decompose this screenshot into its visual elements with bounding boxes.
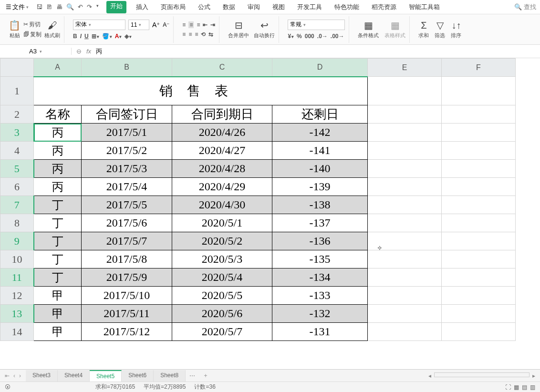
cell-B10[interactable]: 2017/5/8 bbox=[82, 250, 172, 268]
name-box[interactable]: A3▾ bbox=[0, 48, 72, 55]
scroll-track[interactable] bbox=[434, 372, 530, 377]
cell-A4[interactable]: 丙 bbox=[34, 142, 82, 160]
tab-页面布局[interactable]: 页面布局 bbox=[158, 1, 188, 13]
cell-B9[interactable]: 2017/5/7 bbox=[82, 232, 172, 250]
cell-C3[interactable]: 2020/4/26 bbox=[172, 124, 272, 142]
formula-input[interactable]: 丙 bbox=[96, 47, 102, 56]
copy-button[interactable]: 🗐 复制 bbox=[23, 31, 42, 39]
increase-decimal-icon[interactable]: .0→ bbox=[317, 33, 328, 40]
next-sheet-icon[interactable]: › bbox=[19, 372, 21, 379]
header-cell[interactable]: 名称 bbox=[34, 105, 82, 124]
font-size-combo[interactable]: 11▾ bbox=[128, 20, 149, 30]
scroll-right-icon[interactable]: ▸ bbox=[532, 372, 535, 379]
cell[interactable] bbox=[368, 160, 442, 178]
underline-button[interactable]: U bbox=[84, 33, 89, 40]
cell-B8[interactable]: 2017/5/6 bbox=[82, 214, 172, 232]
cell-A11[interactable]: 丁 bbox=[34, 268, 82, 287]
filter-button[interactable]: ▽筛选 bbox=[435, 20, 445, 39]
cell-B3[interactable]: 2017/5/1 bbox=[82, 124, 172, 142]
tab-稻壳资源[interactable]: 稻壳资源 bbox=[369, 1, 399, 13]
preview-icon[interactable]: 🔍 bbox=[66, 3, 74, 10]
cell[interactable] bbox=[442, 305, 516, 323]
cell-C5[interactable]: 2020/4/28 bbox=[172, 160, 272, 178]
row-header-8[interactable]: 8 bbox=[0, 214, 34, 232]
sheet-tab-Sheet3[interactable]: Sheet3 bbox=[26, 370, 58, 382]
first-sheet-icon[interactable]: ⇤ bbox=[5, 372, 10, 379]
spreadsheet-grid[interactable]: ABCDEF1销售表2名称合同签订日合同到期日还剩日3丙2017/5/12020… bbox=[0, 58, 540, 371]
file-menu[interactable]: ☰ 文件▾ bbox=[4, 3, 31, 11]
indent-increase-icon[interactable]: ⇥ bbox=[210, 21, 215, 28]
tab-公式[interactable]: 公式 bbox=[195, 1, 213, 13]
cell-D13[interactable]: -132 bbox=[272, 305, 368, 323]
cell[interactable] bbox=[368, 250, 442, 268]
format-painter-button[interactable]: 🖌格式刷 bbox=[44, 20, 60, 39]
cell[interactable] bbox=[368, 305, 442, 323]
tab-开始[interactable]: 开始 bbox=[106, 1, 126, 13]
cell-C6[interactable]: 2020/4/29 bbox=[172, 178, 272, 196]
cell-B6[interactable]: 2017/5/4 bbox=[82, 178, 172, 196]
cell-B12[interactable]: 2017/5/10 bbox=[82, 287, 172, 305]
row-header-3[interactable]: 3 bbox=[0, 124, 34, 142]
cell-B5[interactable]: 2017/5/3 bbox=[82, 160, 172, 178]
print-icon[interactable]: 🖶 bbox=[56, 3, 62, 10]
italic-button[interactable]: I bbox=[80, 33, 82, 40]
bold-button[interactable]: B bbox=[73, 33, 77, 40]
tab-智能工具箱[interactable]: 智能工具箱 bbox=[406, 1, 443, 13]
indent-decrease-icon[interactable]: ⇤ bbox=[203, 21, 208, 28]
increase-font-icon[interactable]: A⁺ bbox=[152, 21, 160, 29]
table-style-button[interactable]: ▦表格样式 bbox=[384, 20, 405, 39]
sheet-tab-Sheet8[interactable]: Sheet8 bbox=[154, 370, 186, 382]
cell-D10[interactable]: -135 bbox=[272, 250, 368, 268]
paste-button[interactable]: 📋粘贴 bbox=[9, 20, 21, 39]
header-cell[interactable]: 还剩日 bbox=[272, 105, 368, 124]
cell-A12[interactable]: 甲 bbox=[34, 287, 82, 305]
sheet-tab-Sheet6[interactable]: Sheet6 bbox=[122, 370, 154, 382]
cell-A10[interactable]: 丁 bbox=[34, 250, 82, 268]
scroll-left-icon[interactable]: ◂ bbox=[428, 372, 431, 379]
header-cell[interactable]: 合同签订日 bbox=[82, 105, 172, 124]
cell-B7[interactable]: 2017/5/5 bbox=[82, 196, 172, 214]
record-macro-icon[interactable]: ⦿ bbox=[5, 384, 10, 391]
cell[interactable] bbox=[368, 268, 442, 287]
cell-A6[interactable]: 丙 bbox=[34, 178, 82, 196]
cell[interactable] bbox=[442, 178, 516, 196]
row-header-11[interactable]: 11 bbox=[0, 268, 34, 287]
cell[interactable] bbox=[368, 214, 442, 232]
fx-icon[interactable]: fx bbox=[86, 48, 91, 55]
fill-color-button[interactable]: 🪣▾ bbox=[102, 33, 112, 40]
cell-B13[interactable]: 2017/5/11 bbox=[82, 305, 172, 323]
cell-D14[interactable]: -131 bbox=[272, 323, 368, 341]
tab-插入[interactable]: 插入 bbox=[133, 1, 151, 13]
decrease-decimal-icon[interactable]: .00→ bbox=[331, 33, 344, 40]
conditional-format-button[interactable]: ▦条件格式 bbox=[358, 20, 379, 39]
row-header-5[interactable]: 5 bbox=[0, 160, 34, 178]
cell-B4[interactable]: 2017/5/2 bbox=[82, 142, 172, 160]
cell[interactable] bbox=[442, 214, 516, 232]
rtl-icon[interactable]: ⇆ bbox=[208, 31, 213, 38]
align-bottom-icon[interactable]: ≡ bbox=[197, 21, 200, 28]
font-color-button[interactable]: A▾ bbox=[115, 33, 122, 40]
cell-A5[interactable]: 丙 bbox=[34, 160, 82, 178]
row-header-6[interactable]: 6 bbox=[0, 178, 34, 196]
border-button[interactable]: ⊞▾ bbox=[92, 33, 99, 40]
col-header-B[interactable]: B bbox=[82, 59, 172, 77]
cell-C7[interactable]: 2020/4/30 bbox=[172, 196, 272, 214]
cell-D3[interactable]: -142 bbox=[272, 124, 368, 142]
tab-视图[interactable]: 视图 bbox=[270, 1, 288, 13]
percent-icon[interactable]: % bbox=[297, 33, 302, 40]
normal-view-icon[interactable]: ▦ bbox=[514, 384, 519, 391]
cell-B14[interactable]: 2017/5/12 bbox=[82, 323, 172, 341]
cell-C12[interactable]: 2020/5/5 bbox=[172, 287, 272, 305]
cell-D6[interactable]: -139 bbox=[272, 178, 368, 196]
cell-D4[interactable]: -141 bbox=[272, 142, 368, 160]
cell[interactable] bbox=[368, 196, 442, 214]
font-combo[interactable]: 宋体▾ bbox=[73, 20, 125, 30]
sheet-tab-Sheet4[interactable]: Sheet4 bbox=[58, 370, 90, 382]
col-header-F[interactable]: F bbox=[442, 59, 516, 77]
sort-button[interactable]: ↓↑排序 bbox=[451, 20, 461, 39]
col-header-D[interactable]: D bbox=[272, 59, 368, 77]
cell[interactable] bbox=[442, 142, 516, 160]
cell-D7[interactable]: -138 bbox=[272, 196, 368, 214]
cell-D8[interactable]: -137 bbox=[272, 214, 368, 232]
cell[interactable] bbox=[442, 196, 516, 214]
